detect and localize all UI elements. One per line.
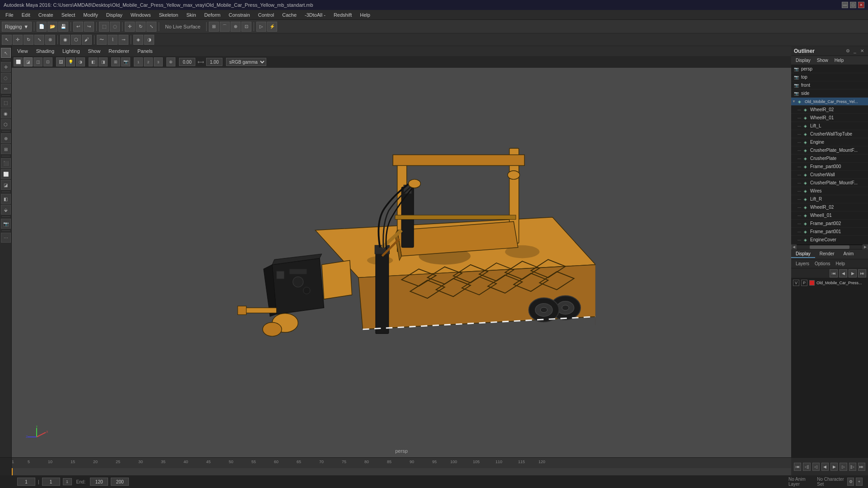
camera-left-button[interactable]: 📷 — [1, 219, 11, 229]
playback-prev-key-button[interactable]: ◁| — [803, 463, 810, 471]
snap-view-button[interactable]: ⊡ — [241, 22, 251, 32]
menu-3dtoall[interactable]: -3DtoAll - — [301, 11, 329, 19]
maximize-button[interactable]: □ — [850, 2, 856, 8]
comp-left-button[interactable]: ⬡ — [1, 119, 11, 129]
vp-menu-view[interactable]: View — [14, 47, 32, 55]
colorspace-select[interactable]: sRGB gamma — [226, 58, 266, 66]
end-frame-input[interactable] — [90, 478, 108, 486]
vp-shadow-button[interactable]: ◑ — [76, 57, 85, 66]
vp-hud-button[interactable]: ⊕ — [166, 57, 175, 66]
outliner-item-framepart002[interactable]: — ◈ Frame_part002 — [791, 220, 868, 228]
vp-wire-button[interactable]: ⬜ — [14, 57, 23, 66]
lasso-mode-button[interactable]: ◌ — [110, 22, 120, 32]
display-shade-button[interactable]: ◪ — [1, 180, 11, 190]
vp-light-button[interactable]: 💡 — [66, 57, 75, 66]
start-frame-input[interactable] — [42, 478, 60, 486]
outliner-item-top[interactable]: 📷 top — [791, 73, 868, 81]
outliner-item-framepart001[interactable]: — ◈ Frame_part001 — [791, 228, 868, 236]
outliner-item-persp[interactable]: 📷 persp — [791, 65, 868, 73]
snap-point-button[interactable]: ⊕ — [231, 22, 241, 32]
menu-modify[interactable]: Modify — [80, 11, 101, 19]
display-all-button[interactable]: ⬛ — [1, 158, 11, 168]
snap-curve-button[interactable]: ⌒ — [220, 22, 230, 32]
undo-button[interactable]: ↩ — [73, 22, 83, 32]
iso-left-button[interactable]: ⬙ — [1, 205, 11, 215]
menu-deform[interactable]: Deform — [201, 11, 224, 19]
open-file-button[interactable]: 📂 — [47, 22, 57, 32]
soft-select-button[interactable]: ◉ — [60, 35, 70, 45]
menu-skeleton[interactable]: Skeleton — [155, 11, 182, 19]
vp-texture-button[interactable]: 🖼 — [56, 57, 65, 66]
scroll-thumb[interactable] — [810, 245, 849, 249]
playback-back-button[interactable]: ◀ — [821, 463, 829, 471]
outliner-item-wheelr02[interactable]: — ◈ WheelR_02 — [791, 106, 868, 114]
vp-quality1-button[interactable]: 1 — [134, 57, 143, 66]
outliner-item-wires[interactable]: — ◈ Wires — [791, 187, 868, 195]
timeline-playhead[interactable] — [12, 468, 13, 475]
lasso-left-button[interactable]: ◌ — [1, 73, 11, 83]
outliner-item-engine[interactable]: — ◈ Engine — [791, 138, 868, 146]
scroll-track[interactable] — [797, 245, 863, 249]
scale-tool-button[interactable]: ⤡ — [146, 22, 156, 32]
outliner-menu-display[interactable]: Display — [793, 57, 813, 64]
range-end-input[interactable] — [111, 478, 129, 486]
outliner-content[interactable]: 📷 persp 📷 top 📷 front 📷 side ▼ ◈ Old_Mob… — [791, 65, 868, 244]
comp-select-button[interactable]: ⬡ — [71, 35, 81, 45]
skin-tool-button[interactable]: ◈ — [133, 35, 143, 45]
subtab-options[interactable]: Options — [812, 260, 833, 267]
minimize-button[interactable]: — — [842, 2, 848, 8]
layer-nav-next2-button[interactable]: ⏭ — [858, 269, 866, 277]
menu-skin[interactable]: Skin — [183, 11, 199, 19]
outliner-close-button[interactable]: ✕ — [859, 48, 865, 54]
viewport[interactable]: View Shading Lighting Show Renderer Pane… — [12, 46, 791, 457]
outliner-item-root[interactable]: ▼ ◈ Old_Mobile_Car_Press_Yel... — [791, 98, 868, 106]
layer-nav-prev-button[interactable]: ◀ — [839, 269, 847, 277]
vp-menu-panels[interactable]: Panels — [134, 47, 156, 55]
vp-menu-show[interactable]: Show — [85, 47, 104, 55]
tab-display[interactable]: Display — [791, 250, 815, 258]
timeline-numbers[interactable]: 1 5 10 15 20 25 30 35 40 45 50 55 60 65 … — [12, 458, 791, 475]
rotate-tool2-button[interactable]: ↻ — [24, 35, 33, 45]
outliner-settings-button[interactable]: ⚙ — [844, 48, 851, 54]
playback-start-button[interactable]: ⏮ — [794, 463, 801, 471]
timeline-bar[interactable] — [12, 468, 791, 475]
layer-vp-v[interactable]: V — [793, 280, 799, 286]
outliner-item-liftl[interactable]: — ◈ Lift_L — [791, 122, 868, 130]
vp-quality3-button[interactable]: 3 — [154, 57, 163, 66]
render-button[interactable]: ▷ — [256, 22, 266, 32]
layer-nav-next-button[interactable]: ▶ — [849, 269, 857, 277]
layer-nav-prev2-button[interactable]: ⏮ — [830, 269, 838, 277]
layer-color-swatch[interactable] — [809, 280, 815, 286]
new-file-button[interactable]: 📄 — [37, 22, 47, 32]
layer-vp-p[interactable]: P — [801, 280, 807, 286]
orient-left-button[interactable]: ⊞ — [1, 144, 11, 154]
playback-fwd-button[interactable]: ▶ — [830, 463, 838, 471]
snap-grid-button[interactable]: ⊞ — [209, 22, 219, 32]
menu-file[interactable]: File — [2, 11, 17, 19]
paint-button[interactable]: 🖌 — [82, 35, 92, 45]
layer-item-main[interactable]: V P Old_Mobile_Car_Press... — [791, 278, 868, 287]
rotate-tool-button[interactable]: ↻ — [136, 22, 146, 32]
mode-dropdown[interactable]: Rigging ▼ — [2, 22, 32, 32]
transform-left-button[interactable]: ⬚ — [1, 98, 11, 108]
weight-button[interactable]: ◑ — [144, 35, 154, 45]
joint-tool-button[interactable]: ⊸ — [118, 35, 128, 45]
redo-button[interactable]: ↪ — [84, 22, 94, 32]
more-left-button[interactable]: ⋯ — [1, 233, 11, 243]
vp-menu-lighting[interactable]: Lighting — [59, 47, 84, 55]
save-file-button[interactable]: 💾 — [58, 22, 68, 32]
outliner-collapse-button[interactable]: _ — [852, 48, 858, 54]
outliner-scrollbar[interactable]: ◀ ▶ — [791, 244, 868, 249]
menu-select[interactable]: Select — [58, 11, 79, 19]
soft-left-button[interactable]: ◉ — [1, 108, 11, 118]
vp-shade-button[interactable]: ◪ — [24, 57, 33, 66]
pivot-left-button[interactable]: ⊕ — [1, 133, 11, 143]
vp-menu-renderer[interactable]: Renderer — [105, 47, 133, 55]
curve-tool-button[interactable]: 〜 — [97, 35, 107, 45]
vp-quality2-button[interactable]: 2 — [144, 57, 153, 66]
menu-cache[interactable]: Cache — [278, 11, 300, 19]
outliner-item-cpmountf1[interactable]: — ◈ CrusherPlate_MountF... — [791, 146, 868, 155]
vp-xray2-button[interactable]: ◨ — [99, 57, 108, 66]
vp-menu-shading[interactable]: Shading — [33, 47, 58, 55]
frame-box[interactable]: 1 — [63, 478, 72, 485]
